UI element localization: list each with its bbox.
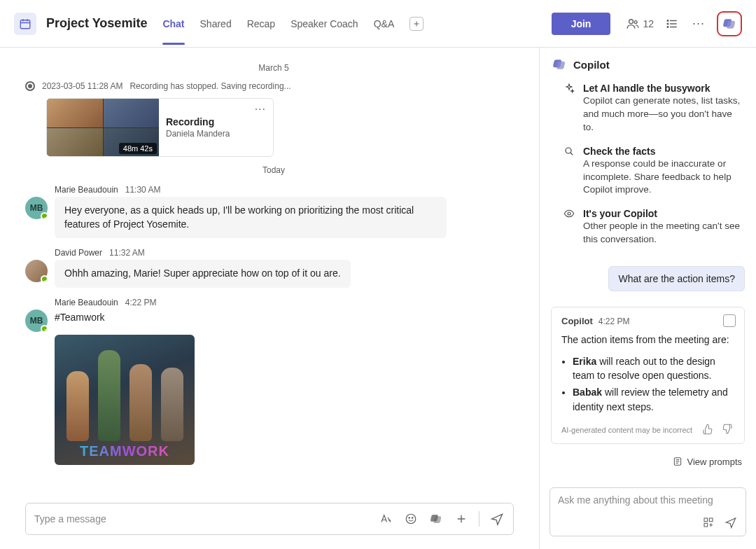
prompt-grid-icon[interactable] bbox=[701, 515, 715, 529]
recording-card[interactable]: 48m 42s Recording Daniela Mandera ··· bbox=[46, 98, 274, 157]
svg-rect-12 bbox=[704, 518, 708, 522]
feature-title: Check the facts bbox=[583, 146, 745, 157]
tab-speaker-coach[interactable]: Speaker Coach bbox=[290, 3, 358, 45]
chat-message: Marie Beaudouin 11:30 AM MB Hey everyone… bbox=[25, 185, 522, 238]
message-bubble: #Teamwork bbox=[55, 310, 105, 329]
thumbs-down-icon[interactable] bbox=[722, 424, 734, 436]
gif-caption: TEAMWORK bbox=[55, 443, 195, 459]
list-icon[interactable] bbox=[664, 15, 680, 32]
recording-more-icon[interactable]: ··· bbox=[255, 103, 266, 116]
avatar[interactable]: MB bbox=[25, 310, 48, 332]
copilot-answer-name: Copilot bbox=[561, 316, 593, 326]
chat-pane: March 5 2023-03-05 11:28 AM Recording ha… bbox=[0, 48, 539, 549]
list-item: Erika will reach out to the design team … bbox=[573, 354, 734, 383]
copilot-compose-icon[interactable] bbox=[428, 511, 444, 527]
avatar[interactable] bbox=[25, 260, 48, 282]
join-button[interactable]: Join bbox=[552, 13, 611, 35]
compose-box[interactable] bbox=[25, 503, 514, 535]
copilot-answer-card: Copilot 4:22 PM The action items from th… bbox=[551, 307, 745, 444]
feature-title: It's your Copilot bbox=[583, 208, 745, 219]
attach-plus-icon[interactable] bbox=[454, 511, 469, 527]
copy-icon[interactable] bbox=[723, 314, 736, 327]
format-icon[interactable] bbox=[378, 511, 393, 527]
svg-rect-13 bbox=[709, 518, 713, 522]
record-stop-icon bbox=[25, 81, 35, 91]
copilot-compose-box[interactable] bbox=[550, 487, 746, 536]
message-sender: David Power bbox=[55, 248, 102, 258]
system-text: Recording has stopped. Saving recording.… bbox=[130, 81, 290, 91]
header-bar: Project Yosemite Chat Shared Recap Speak… bbox=[0, 0, 756, 48]
message-time: 4:22 PM bbox=[125, 298, 157, 307]
tab-chat[interactable]: Chat bbox=[162, 3, 184, 45]
feature-desc: Copilot can generate notes, list tasks, … bbox=[583, 95, 745, 134]
recording-author: Daniela Mandera bbox=[166, 129, 266, 139]
svg-point-7 bbox=[409, 517, 410, 519]
svg-rect-14 bbox=[704, 523, 708, 527]
feature-desc: A response could be inaccurate or incomp… bbox=[583, 158, 745, 197]
svg-point-3 bbox=[667, 20, 668, 21]
tab-qa[interactable]: Q&A bbox=[374, 3, 395, 45]
ai-disclaimer: AI-generated content may be incorrect bbox=[561, 426, 692, 434]
recording-duration: 48m 42s bbox=[119, 143, 157, 154]
date-separator: March 5 bbox=[25, 63, 522, 73]
gif-attachment[interactable]: TEAMWORK bbox=[55, 335, 195, 465]
add-tab-button[interactable] bbox=[410, 17, 424, 31]
system-timestamp: 2023-03-05 11:28 AM bbox=[42, 81, 122, 91]
presence-available-icon bbox=[41, 275, 48, 283]
search-icon bbox=[564, 146, 576, 197]
svg-point-5 bbox=[667, 26, 668, 27]
recording-title: Recording bbox=[166, 116, 266, 127]
svg-rect-0 bbox=[20, 20, 30, 28]
chat-scroll[interactable]: March 5 2023-03-05 11:28 AM Recording ha… bbox=[0, 48, 539, 496]
copilot-input[interactable] bbox=[558, 494, 738, 506]
tab-recap[interactable]: Recap bbox=[247, 3, 275, 45]
system-message: 2023-03-05 11:28 AM Recording has stoppe… bbox=[25, 81, 522, 91]
header-actions: 12 ··· bbox=[626, 11, 742, 36]
svg-point-9 bbox=[566, 148, 571, 153]
date-separator: Today bbox=[25, 165, 522, 175]
svg-point-4 bbox=[667, 23, 668, 25]
recording-thumbnail: 48m 42s bbox=[47, 99, 159, 156]
message-time: 11:30 AM bbox=[125, 185, 161, 195]
participant-count: 12 bbox=[643, 18, 654, 29]
copilot-icon bbox=[722, 17, 736, 31]
message-sender: Marie Beaudouin bbox=[55, 298, 118, 307]
eye-icon bbox=[564, 208, 576, 246]
chat-message: Marie Beaudouin 4:22 PM MB #Teamwork bbox=[25, 298, 522, 465]
copilot-body[interactable]: Let AI handle the busywork Copilot can g… bbox=[540, 78, 756, 483]
svg-point-1 bbox=[629, 19, 634, 23]
svg-point-10 bbox=[568, 212, 570, 215]
tabs: Chat Shared Recap Speaker Coach Q&A bbox=[162, 3, 424, 45]
svg-point-8 bbox=[412, 517, 414, 519]
sparkle-icon bbox=[564, 83, 576, 134]
copilot-feature: Let AI handle the busywork Copilot can g… bbox=[564, 83, 745, 134]
message-bubble: Hey everyone, as a quick heads up, I'll … bbox=[55, 197, 447, 238]
participants-button[interactable]: 12 bbox=[626, 17, 654, 31]
presence-available-icon bbox=[41, 212, 48, 220]
copilot-icon bbox=[552, 57, 566, 71]
feature-desc: Other people in the meeting can't see th… bbox=[583, 220, 745, 246]
copilot-feature: It's your Copilot Other people in the me… bbox=[564, 208, 745, 246]
send-icon[interactable] bbox=[489, 511, 505, 527]
chat-message: David Power 11:32 AM Ohhh amazing, Marie… bbox=[25, 248, 522, 288]
meeting-icon bbox=[14, 13, 36, 35]
message-input[interactable] bbox=[34, 513, 368, 524]
tab-shared[interactable]: Shared bbox=[200, 3, 232, 45]
prompts-icon bbox=[673, 457, 682, 466]
send-icon[interactable] bbox=[724, 515, 738, 529]
list-item: Babak will review the telemetry and iden… bbox=[573, 385, 734, 414]
message-sender: Marie Beaudouin bbox=[55, 185, 118, 195]
copilot-toggle-button[interactable] bbox=[717, 11, 742, 36]
copilot-user-prompt: What are the action items? bbox=[608, 266, 745, 291]
copilot-pane: Copilot Let AI handle the busywork Copil… bbox=[539, 48, 756, 549]
avatar[interactable]: MB bbox=[25, 197, 48, 219]
meeting-title: Project Yosemite bbox=[46, 16, 147, 31]
thumbs-up-icon[interactable] bbox=[702, 424, 715, 436]
emoji-icon[interactable] bbox=[403, 511, 419, 527]
svg-point-2 bbox=[635, 20, 638, 23]
presence-available-icon bbox=[41, 325, 48, 333]
message-time: 11:32 AM bbox=[109, 248, 145, 258]
svg-point-6 bbox=[406, 514, 416, 524]
more-icon[interactable]: ··· bbox=[690, 15, 707, 32]
view-prompts-button[interactable]: View prompts bbox=[673, 457, 742, 467]
